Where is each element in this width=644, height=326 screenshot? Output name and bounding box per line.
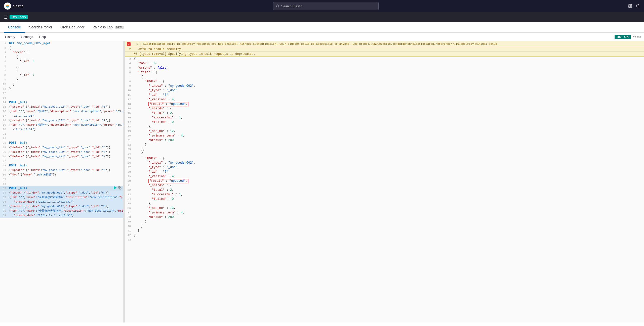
result-box-1: "result" : "updated",	[148, 102, 188, 106]
code-line: 12 "_version" : 4,	[125, 97, 644, 102]
search-icon	[276, 4, 279, 8]
code-line: 21	[0, 132, 123, 136]
code-line: 32	[0, 181, 123, 186]
search-placeholder: Search Elastic	[281, 4, 302, 8]
code-line: 10 ]	[0, 82, 123, 86]
code-line: 39 }	[125, 219, 644, 224]
code-line: 25 {"delete":{"_index":"my_goods_002","_…	[0, 150, 123, 154]
code-line: 20 -11 14:18:31"}	[0, 127, 123, 132]
code-line: 24 {	[125, 152, 644, 156]
tab-bar: Console Search Profiler Grok Debugger Pa…	[0, 22, 644, 33]
tab-search-profiler[interactable]: Search Profiler	[25, 22, 56, 33]
editor-container: 1 GET /my_goods_002/_mget 2 { 3 "docs": …	[0, 41, 644, 322]
warning-text: 1 ! Elasticsearch built-in security feat…	[132, 42, 497, 46]
code-line: 33 "successful" : 1,	[125, 192, 644, 197]
code-line: 14 POST _bulk	[0, 100, 123, 105]
settings-button[interactable]: Settings	[19, 34, 35, 39]
hamburger-icon[interactable]: ☰	[4, 15, 8, 20]
code-line: 38 "status" : 200	[125, 215, 644, 219]
code-line: 22 }	[125, 143, 644, 147]
top-navbar: elastic Search Elastic	[0, 0, 644, 12]
help-button[interactable]: Help	[37, 34, 48, 39]
code-line: 32 "total" : 2,	[125, 188, 644, 192]
code-line: 37 "_primary_term" : 4,	[125, 210, 644, 215]
copy-icon[interactable]	[118, 186, 122, 190]
beta-badge: BETA	[115, 26, 124, 29]
svg-line-4	[278, 7, 279, 8]
code-line: 14 "_shards" : {	[125, 106, 644, 111]
code-line: 26 "_index" : "my_goods_002",	[125, 161, 644, 165]
code-line: 36 ,"create_date":"2021-12-11 14:18:31"}	[0, 200, 123, 204]
code-line: 41 ]	[125, 228, 644, 233]
code-line: 10 "_type" : "_doc",	[125, 88, 644, 93]
tab-grok-debugger[interactable]: Grok Debugger	[56, 22, 89, 33]
code-line: 28 POST _bulk	[0, 163, 123, 168]
code-line: 2 .html to enable security.	[125, 47, 644, 52]
code-line: 18 {"create":{"_index":"my_goods_002","_…	[0, 118, 123, 123]
svg-point-3	[276, 5, 278, 7]
code-line: 31 "_shards" : {	[125, 183, 644, 188]
svg-point-2	[6, 6, 10, 7]
tab-painless-lab[interactable]: Painless Lab BETA	[89, 22, 128, 33]
left-panel[interactable]: 1 GET /my_goods_002/_mget 2 { 3 "docs": …	[0, 41, 123, 322]
code-line: 6 "items" : [	[125, 70, 644, 75]
code-line: 27	[0, 159, 123, 163]
tab-console[interactable]: Console	[4, 22, 25, 33]
dev-tools-badge[interactable]: Dev Tools	[10, 15, 28, 19]
code-line: 12	[0, 91, 123, 96]
right-panel[interactable]: ✕ 1 ! Elasticsearch built-in security fe…	[125, 41, 644, 322]
code-line: 27 "_type" : "_doc",	[125, 165, 644, 170]
code-line: 13 "result" : "updated",	[125, 102, 644, 106]
code-line: 17 "failed" : 0	[125, 120, 644, 124]
code-line: 26 {"delete":{"_index":"my_goods_002","_…	[0, 154, 123, 159]
breadcrumb-bar: ☰ Dev Tools	[0, 12, 644, 22]
code-line: 13	[0, 96, 123, 100]
code-line: 29 {"update":{"_index":"my_goods_002","_…	[0, 168, 123, 172]
code-line: 8 "index" : {	[125, 79, 644, 84]
svg-marker-6	[114, 186, 117, 190]
code-line: 18 },	[125, 124, 644, 129]
history-button[interactable]: History	[3, 34, 17, 39]
code-line: 42 }	[125, 233, 644, 238]
code-line: 6 },	[0, 64, 123, 68]
code-line: 4 {	[0, 55, 123, 59]
code-line: 35 },	[125, 201, 644, 206]
code-line: 11 "_id" : "6",	[125, 93, 644, 97]
code-line: 21 "status" : 200	[125, 138, 644, 143]
code-line: 39 ,"create_date":"2021-12-11 14:18:31"}	[0, 213, 123, 218]
code-line: 37 {"index":{"_index":"my_goods_002","_t…	[0, 204, 123, 209]
code-line: 35 {"id":"6","name":"全量修改或者新增6","descrip…	[0, 195, 123, 200]
code-line: 34 "failed" : 0	[125, 197, 644, 201]
run-icon[interactable]	[114, 186, 117, 190]
code-line: 30 "result" : "updated",	[125, 179, 644, 183]
code-line: 1 GET /my_goods_002/_mget	[0, 41, 123, 46]
bell-icon[interactable]	[635, 4, 640, 8]
code-line: 17 -11 14:18:31"}	[0, 114, 123, 118]
code-line: 5 "errors" : false,	[125, 66, 644, 70]
code-line: 36 "_seq_no" : 13,	[125, 206, 644, 210]
elastic-logo[interactable]: elastic	[4, 3, 24, 10]
settings-icon[interactable]	[628, 4, 632, 8]
code-line: 16 "successful" : 1,	[125, 115, 644, 120]
code-line: 25 "index" : {	[125, 156, 644, 161]
code-line: 30 {"doc":{"name":"update新增"}}	[0, 172, 123, 177]
code-line: 31	[0, 177, 123, 181]
code-line: 23 POST _bulk	[0, 141, 123, 145]
action-bar: History Settings Help 200 - OK 56 ms	[0, 33, 644, 41]
code-line: 34 {"index":{"_index":"my_goods_002","_t…	[0, 191, 123, 195]
code-line: 28 "_id" : "7",	[125, 170, 644, 174]
elastic-text: elastic	[13, 4, 24, 8]
code-line: 5 "_id": 6	[0, 59, 123, 64]
code-line: 20 "_primary_term" : 4,	[125, 133, 644, 138]
code-line: 24 {"delete":{"_index":"my_goods_002","_…	[0, 145, 123, 150]
search-bar[interactable]: Search Elastic	[273, 2, 379, 10]
code-line: 22	[0, 136, 123, 141]
code-line: 7 {	[0, 68, 123, 73]
code-line: 8 "_id": 7	[0, 73, 123, 77]
code-line: 2 {	[0, 46, 123, 50]
code-line-active: 33 POST _bulk	[0, 186, 123, 191]
svg-rect-7	[119, 187, 121, 189]
result-box-2: "result" : "updated",	[148, 179, 188, 183]
dismiss-warning-button[interactable]: ✕	[127, 42, 131, 46]
code-line: 4 "took" : 6,	[125, 61, 644, 66]
